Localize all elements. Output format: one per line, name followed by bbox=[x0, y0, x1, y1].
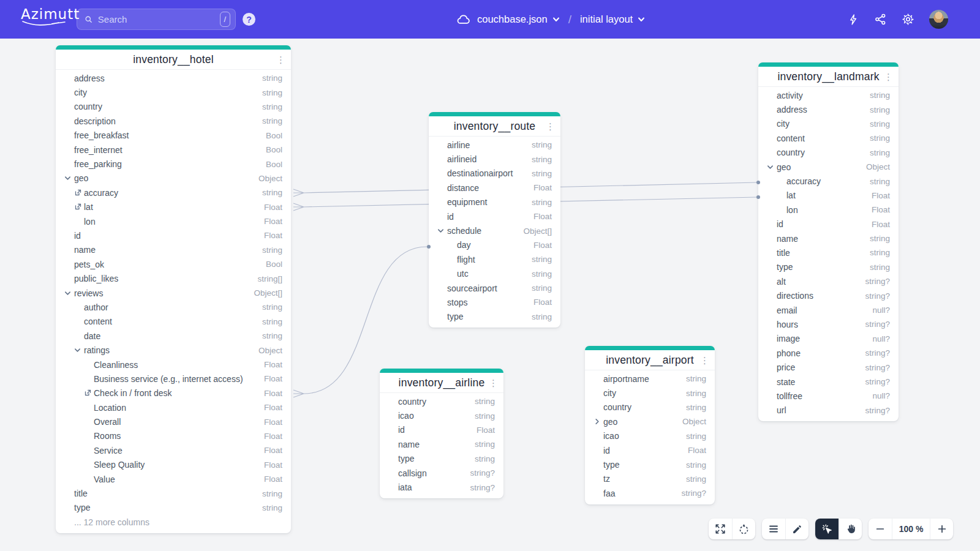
table-row[interactable]: distanceFloat bbox=[429, 181, 560, 195]
table-row[interactable]: phonestring? bbox=[758, 346, 899, 360]
table-card-inventory__airport[interactable]: inventory__airport⋮airportnamestringcity… bbox=[585, 346, 715, 504]
table-row[interactable]: sourceairportstring bbox=[429, 281, 560, 295]
zoom-in-button[interactable] bbox=[930, 519, 953, 539]
table-row[interactable]: addressstring bbox=[758, 102, 899, 116]
azimutt-logo[interactable]: Azimutt bbox=[21, 6, 70, 28]
table-row[interactable]: authorstring bbox=[56, 300, 291, 314]
table-card-inventory__route[interactable]: inventory__route⋮airlinestringairlineids… bbox=[429, 112, 560, 328]
table-row[interactable]: scheduleObject[] bbox=[429, 223, 560, 238]
table-row[interactable]: icaostring bbox=[585, 429, 715, 443]
table-card-inventory__landmark[interactable]: inventory__landmark⋮activitystringaddres… bbox=[758, 62, 899, 421]
table-row[interactable]: emailnull? bbox=[758, 303, 899, 317]
search-box[interactable]: / bbox=[77, 9, 236, 30]
table-row[interactable]: free_parkingBool bbox=[56, 157, 291, 171]
chevron-down-icon[interactable] bbox=[73, 346, 81, 354]
table-row[interactable]: typestring bbox=[56, 501, 291, 515]
table-row[interactable]: Business service (e.g., internet access)… bbox=[56, 372, 291, 386]
table-row[interactable]: geoObject bbox=[56, 171, 291, 186]
table-row[interactable]: flightstring bbox=[429, 252, 560, 266]
help-button[interactable]: ? bbox=[243, 13, 255, 26]
erd-canvas[interactable]: inventory__hotel⋮addressstringcitystring… bbox=[0, 0, 980, 551]
table-row[interactable]: lonFloat bbox=[758, 203, 899, 217]
table-row[interactable]: titlestring bbox=[56, 486, 291, 500]
table-row[interactable]: free_internetBool bbox=[56, 143, 291, 157]
table-row[interactable]: icaostring bbox=[380, 408, 503, 422]
table-row[interactable]: Check in / front deskFloat bbox=[56, 386, 291, 400]
share-button[interactable] bbox=[874, 13, 887, 26]
table-header[interactable]: inventory__airline⋮ bbox=[380, 373, 503, 393]
table-row[interactable]: countrystring bbox=[56, 100, 291, 114]
table-row[interactable]: RoomsFloat bbox=[56, 429, 291, 443]
table-menu-icon[interactable]: ⋮ bbox=[546, 122, 555, 131]
search-input[interactable] bbox=[98, 14, 220, 24]
table-row[interactable]: descriptionstring bbox=[56, 114, 291, 128]
table-row[interactable]: addressstring bbox=[56, 71, 291, 85]
table-row[interactable]: accuracystring bbox=[56, 186, 291, 200]
table-row[interactable]: namestring bbox=[758, 231, 899, 246]
table-row[interactable]: airportnamestring bbox=[585, 372, 715, 386]
table-menu-icon[interactable]: ⋮ bbox=[489, 378, 498, 388]
table-row[interactable]: citystring bbox=[56, 85, 291, 99]
table-row[interactable]: typestring bbox=[585, 457, 715, 471]
table-menu-icon[interactable]: ⋮ bbox=[700, 356, 709, 365]
table-row[interactable]: typestring bbox=[758, 260, 899, 274]
table-row[interactable]: altstring? bbox=[758, 274, 899, 288]
table-row[interactable]: iatastring? bbox=[380, 480, 503, 494]
table-row[interactable]: countrystring bbox=[758, 146, 899, 160]
table-row[interactable]: pets_okBool bbox=[56, 257, 291, 271]
table-row[interactable]: contentstring bbox=[758, 131, 899, 145]
table-row[interactable]: pricestring? bbox=[758, 360, 899, 374]
chevron-down-icon[interactable] bbox=[63, 174, 72, 182]
table-row[interactable]: tollfreenull? bbox=[758, 389, 899, 403]
layout-list-button[interactable] bbox=[762, 519, 785, 539]
table-header[interactable]: inventory__hotel⋮ bbox=[56, 50, 291, 70]
chevron-down-icon[interactable] bbox=[436, 227, 445, 235]
table-row[interactable]: imagenull? bbox=[758, 332, 899, 346]
table-row[interactable]: titlestring bbox=[758, 246, 899, 260]
table-row[interactable]: geoObject bbox=[585, 414, 715, 429]
table-header[interactable]: inventory__route⋮ bbox=[429, 116, 560, 137]
table-row[interactable]: destinationairportstring bbox=[429, 167, 560, 181]
table-row[interactable]: utcstring bbox=[429, 267, 560, 281]
table-menu-icon[interactable]: ⋮ bbox=[276, 55, 285, 64]
table-row[interactable]: Sleep QualityFloat bbox=[56, 458, 291, 472]
project-dropdown[interactable]: couchbase.json bbox=[477, 13, 560, 25]
table-row[interactable]: LocationFloat bbox=[56, 400, 291, 414]
select-tool-button[interactable] bbox=[815, 519, 839, 539]
table-row[interactable]: ValueFloat bbox=[56, 472, 291, 486]
table-row[interactable]: namestring bbox=[380, 437, 503, 451]
table-row[interactable]: statestring? bbox=[758, 375, 899, 389]
fullscreen-button[interactable] bbox=[709, 519, 732, 539]
table-row[interactable]: latFloat bbox=[56, 200, 291, 214]
table-row[interactable]: accuracystring bbox=[758, 174, 899, 188]
table-row[interactable]: citystring bbox=[585, 386, 715, 400]
table-header[interactable]: inventory__landmark⋮ bbox=[758, 67, 899, 87]
table-row[interactable]: idFloat bbox=[380, 423, 503, 437]
table-row[interactable]: faastring? bbox=[585, 486, 715, 500]
table-row[interactable]: idFloat bbox=[429, 209, 560, 223]
table-row[interactable]: geoObject bbox=[758, 160, 899, 174]
chevron-down-icon[interactable] bbox=[766, 163, 774, 171]
fit-to-screen-button[interactable] bbox=[732, 519, 755, 539]
chevron-down-icon[interactable] bbox=[63, 289, 72, 298]
table-row[interactable]: latFloat bbox=[758, 189, 899, 203]
chevron-right-icon[interactable] bbox=[593, 418, 601, 426]
table-row[interactable]: activitystring bbox=[758, 88, 899, 102]
external-link-icon[interactable] bbox=[83, 389, 92, 397]
external-link-icon[interactable] bbox=[74, 189, 82, 197]
pan-tool-button[interactable] bbox=[839, 519, 862, 539]
table-card-inventory__hotel[interactable]: inventory__hotel⋮addressstringcitystring… bbox=[56, 45, 291, 533]
table-row[interactable]: citystring bbox=[758, 117, 899, 131]
edit-button[interactable] bbox=[785, 519, 809, 539]
table-row[interactable]: public_likesstring[] bbox=[56, 271, 291, 285]
table-row[interactable]: CleanlinessFloat bbox=[56, 358, 291, 372]
table-row[interactable]: callsignstring? bbox=[380, 466, 503, 480]
table-row[interactable]: ratingsObject bbox=[56, 343, 291, 357]
table-row[interactable]: reviewsObject[] bbox=[56, 286, 291, 300]
table-row[interactable]: idFloat bbox=[56, 228, 291, 242]
table-row[interactable]: airlinestring bbox=[429, 138, 560, 152]
table-row[interactable]: namestring bbox=[56, 243, 291, 257]
table-row[interactable]: equipmentstring bbox=[429, 195, 560, 209]
table-row[interactable]: lonFloat bbox=[56, 214, 291, 228]
table-row[interactable]: idFloat bbox=[585, 443, 715, 457]
